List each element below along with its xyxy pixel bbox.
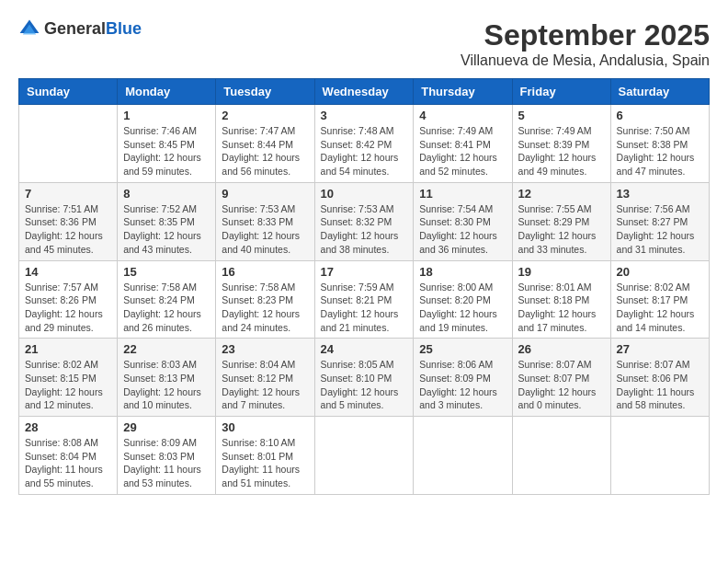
day-info: Sunrise: 7:49 AM Sunset: 8:41 PM Dayligh…	[419, 124, 506, 178]
col-tuesday: Tuesday	[216, 79, 314, 105]
day-number: 24	[321, 342, 408, 356]
day-info: Sunrise: 7:58 AM Sunset: 8:23 PM Dayligh…	[222, 281, 308, 335]
col-monday: Monday	[118, 79, 216, 105]
day-info: Sunrise: 7:54 AM Sunset: 8:30 PM Dayligh…	[419, 202, 506, 257]
table-row: 30Sunrise: 8:10 AM Sunset: 8:01 PM Dayli…	[216, 417, 314, 495]
table-row: 14Sunrise: 7:57 AM Sunset: 8:26 PM Dayli…	[19, 260, 118, 339]
col-saturday: Saturday	[610, 79, 709, 105]
day-info: Sunrise: 8:08 AM Sunset: 8:04 PM Dayligh…	[25, 436, 111, 490]
day-number: 13	[617, 187, 703, 201]
day-info: Sunrise: 8:05 AM Sunset: 8:10 PM Dayligh…	[321, 358, 408, 412]
location-title: Villanueva de Mesia, Andalusia, Spain	[461, 52, 710, 69]
day-info: Sunrise: 8:00 AM Sunset: 8:20 PM Dayligh…	[419, 281, 506, 335]
table-row	[314, 417, 414, 495]
day-number: 3	[321, 109, 408, 122]
table-row: 24Sunrise: 8:05 AM Sunset: 8:10 PM Dayli…	[314, 339, 414, 417]
day-number: 1	[123, 109, 210, 122]
table-row: 5Sunrise: 7:49 AM Sunset: 8:39 PM Daylig…	[512, 105, 610, 183]
table-row: 17Sunrise: 7:59 AM Sunset: 8:21 PM Dayli…	[314, 260, 414, 339]
day-info: Sunrise: 8:02 AM Sunset: 8:15 PM Dayligh…	[25, 358, 111, 412]
table-row: 13Sunrise: 7:56 AM Sunset: 8:27 PM Dayli…	[610, 182, 709, 260]
calendar-header-row: Sunday Monday Tuesday Wednesday Thursday…	[19, 79, 710, 105]
month-title: September 2025	[461, 18, 710, 52]
table-row: 6Sunrise: 7:50 AM Sunset: 8:38 PM Daylig…	[610, 105, 709, 183]
day-info: Sunrise: 8:07 AM Sunset: 8:07 PM Dayligh…	[518, 358, 605, 412]
day-info: Sunrise: 7:52 AM Sunset: 8:35 PM Dayligh…	[123, 202, 210, 257]
day-info: Sunrise: 7:49 AM Sunset: 8:39 PM Dayligh…	[518, 124, 605, 178]
logo-text: GeneralBlue	[44, 20, 142, 39]
table-row: 20Sunrise: 8:02 AM Sunset: 8:17 PM Dayli…	[610, 260, 709, 339]
day-number: 4	[419, 109, 506, 122]
table-row	[512, 417, 610, 495]
day-info: Sunrise: 7:56 AM Sunset: 8:27 PM Dayligh…	[617, 202, 703, 257]
table-row	[610, 417, 709, 495]
table-row: 25Sunrise: 8:06 AM Sunset: 8:09 PM Dayli…	[414, 339, 512, 417]
day-number: 8	[123, 187, 210, 201]
day-number: 27	[617, 342, 703, 356]
day-number: 12	[518, 187, 605, 201]
table-row: 28Sunrise: 8:08 AM Sunset: 8:04 PM Dayli…	[19, 417, 118, 495]
day-info: Sunrise: 7:50 AM Sunset: 8:38 PM Dayligh…	[617, 124, 703, 178]
day-info: Sunrise: 8:06 AM Sunset: 8:09 PM Dayligh…	[419, 358, 506, 412]
day-number: 23	[222, 342, 308, 356]
day-number: 25	[419, 342, 506, 356]
day-number: 16	[222, 265, 308, 279]
table-row: 3Sunrise: 7:48 AM Sunset: 8:42 PM Daylig…	[314, 105, 414, 183]
logo: GeneralBlue	[18, 18, 142, 40]
day-info: Sunrise: 8:02 AM Sunset: 8:17 PM Dayligh…	[617, 281, 703, 335]
table-row: 7Sunrise: 7:51 AM Sunset: 8:36 PM Daylig…	[19, 182, 118, 260]
day-info: Sunrise: 7:55 AM Sunset: 8:29 PM Dayligh…	[518, 202, 605, 257]
col-wednesday: Wednesday	[314, 79, 414, 105]
table-row	[414, 417, 512, 495]
day-info: Sunrise: 7:57 AM Sunset: 8:26 PM Dayligh…	[25, 281, 111, 335]
table-row: 29Sunrise: 8:09 AM Sunset: 8:03 PM Dayli…	[118, 417, 216, 495]
calendar-week-row: 28Sunrise: 8:08 AM Sunset: 8:04 PM Dayli…	[19, 417, 710, 495]
title-area: September 2025 Villanueva de Mesia, Anda…	[461, 18, 710, 69]
day-info: Sunrise: 7:47 AM Sunset: 8:44 PM Dayligh…	[222, 124, 308, 178]
table-row: 4Sunrise: 7:49 AM Sunset: 8:41 PM Daylig…	[414, 105, 512, 183]
day-info: Sunrise: 7:53 AM Sunset: 8:32 PM Dayligh…	[321, 202, 408, 257]
calendar-week-row: 7Sunrise: 7:51 AM Sunset: 8:36 PM Daylig…	[19, 182, 710, 260]
day-info: Sunrise: 8:03 AM Sunset: 8:13 PM Dayligh…	[123, 358, 210, 412]
day-number: 18	[419, 265, 506, 279]
table-row: 22Sunrise: 8:03 AM Sunset: 8:13 PM Dayli…	[118, 339, 216, 417]
day-info: Sunrise: 7:51 AM Sunset: 8:36 PM Dayligh…	[25, 202, 111, 257]
day-number: 15	[123, 265, 210, 279]
day-info: Sunrise: 7:48 AM Sunset: 8:42 PM Dayligh…	[321, 124, 408, 178]
day-number: 2	[222, 109, 308, 122]
table-row	[19, 105, 118, 183]
day-number: 22	[123, 342, 210, 356]
table-row: 12Sunrise: 7:55 AM Sunset: 8:29 PM Dayli…	[512, 182, 610, 260]
day-info: Sunrise: 7:53 AM Sunset: 8:33 PM Dayligh…	[222, 202, 308, 257]
table-row: 18Sunrise: 8:00 AM Sunset: 8:20 PM Dayli…	[414, 260, 512, 339]
day-number: 6	[617, 109, 703, 122]
table-row: 16Sunrise: 7:58 AM Sunset: 8:23 PM Dayli…	[216, 260, 314, 339]
day-info: Sunrise: 8:09 AM Sunset: 8:03 PM Dayligh…	[123, 436, 210, 490]
calendar-week-row: 14Sunrise: 7:57 AM Sunset: 8:26 PM Dayli…	[19, 260, 710, 339]
day-number: 29	[123, 420, 210, 434]
day-number: 14	[25, 265, 111, 279]
day-number: 17	[321, 265, 408, 279]
calendar-week-row: 21Sunrise: 8:02 AM Sunset: 8:15 PM Dayli…	[19, 339, 710, 417]
table-row: 9Sunrise: 7:53 AM Sunset: 8:33 PM Daylig…	[216, 182, 314, 260]
col-friday: Friday	[512, 79, 610, 105]
day-info: Sunrise: 8:07 AM Sunset: 8:06 PM Dayligh…	[617, 358, 703, 412]
col-sunday: Sunday	[19, 79, 118, 105]
day-number: 30	[222, 420, 308, 434]
table-row: 2Sunrise: 7:47 AM Sunset: 8:44 PM Daylig…	[216, 105, 314, 183]
day-number: 9	[222, 187, 308, 201]
calendar-week-row: 1Sunrise: 7:46 AM Sunset: 8:45 PM Daylig…	[19, 105, 710, 183]
day-number: 7	[25, 187, 111, 201]
table-row: 15Sunrise: 7:58 AM Sunset: 8:24 PM Dayli…	[118, 260, 216, 339]
table-row: 10Sunrise: 7:53 AM Sunset: 8:32 PM Dayli…	[314, 182, 414, 260]
table-row: 11Sunrise: 7:54 AM Sunset: 8:30 PM Dayli…	[414, 182, 512, 260]
day-info: Sunrise: 7:58 AM Sunset: 8:24 PM Dayligh…	[123, 281, 210, 335]
logo-icon	[18, 18, 40, 40]
day-number: 19	[518, 265, 605, 279]
day-number: 20	[617, 265, 703, 279]
table-row: 19Sunrise: 8:01 AM Sunset: 8:18 PM Dayli…	[512, 260, 610, 339]
table-row: 26Sunrise: 8:07 AM Sunset: 8:07 PM Dayli…	[512, 339, 610, 417]
day-info: Sunrise: 7:59 AM Sunset: 8:21 PM Dayligh…	[321, 281, 408, 335]
table-row: 1Sunrise: 7:46 AM Sunset: 8:45 PM Daylig…	[118, 105, 216, 183]
day-info: Sunrise: 8:04 AM Sunset: 8:12 PM Dayligh…	[222, 358, 308, 412]
